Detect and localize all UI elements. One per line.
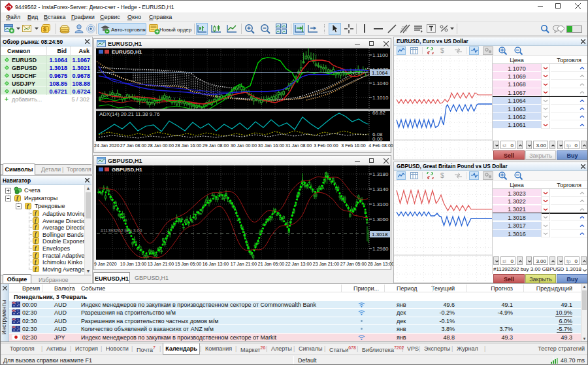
svg-text:16 Jan 13:00: 16 Jan 13:00: [203, 262, 229, 266]
svg-text:1.1064: 1.1064: [372, 70, 388, 76]
svg-text:3 Feb 00:00: 3 Feb 00:00: [314, 143, 338, 148]
svg-text:1.1100: 1.1100: [372, 52, 388, 58]
svg-text:1.3140: 1.3140: [372, 186, 389, 192]
svg-text:1.3180: 1.3180: [372, 171, 389, 177]
svg-text:1.3100: 1.3100: [372, 201, 389, 207]
svg-text:24 Jan 2020: 24 Jan 2020: [94, 143, 120, 148]
svg-text:27 Jan 05:00: 27 Jan 05:00: [340, 262, 367, 266]
svg-text:EURUSD,H1: EURUSD,H1: [112, 49, 142, 55]
svg-text:1.1010: 1.1010: [372, 95, 389, 101]
svg-text:1.3060: 1.3060: [372, 217, 389, 222]
svg-text:22 Jan 13:00: 22 Jan 13:00: [286, 262, 312, 266]
svg-text:1.1040: 1.1040: [372, 80, 389, 86]
svg-text:66.82: 66.82: [372, 110, 386, 116]
svg-text:28 Jan 13:00: 28 Jan 13:00: [368, 262, 395, 266]
svg-text:13 Jan 21:00: 13 Jan 21:00: [148, 262, 174, 266]
svg-text:4 Feb 08:00: 4 Feb 08:00: [368, 143, 393, 148]
svg-text:27 Jan 08:00: 27 Jan 08:00: [120, 143, 147, 148]
svg-text:1.3018: 1.3018: [372, 232, 388, 237]
svg-text:9 Jan 2020: 9 Jan 2020: [94, 262, 117, 266]
svg-text:21 Jan 05:00: 21 Jan 05:00: [258, 262, 285, 266]
svg-text:GBPUSD,H1: GBPUSD,H1: [112, 167, 142, 173]
svg-text:0.00: 0.00: [372, 136, 383, 142]
svg-text:$: $: [440, 47, 444, 54]
svg-text:30 Jan 00:00: 30 Jan 00:00: [231, 143, 257, 148]
svg-text:ADX(14) 20.21 11.38 9.76: ADX(14) 20.21 11.38 9.76: [99, 111, 160, 117]
svg-text:17 Jan 21:00: 17 Jan 21:00: [231, 262, 257, 266]
svg-text:$: $: [440, 172, 444, 179]
svg-text:#11393202 buy 3.00: #11393202 buy 3.00: [101, 228, 142, 234]
svg-text:31 Jan 08:00: 31 Jan 08:00: [286, 143, 312, 148]
svg-text:30 Jan 16:00: 30 Jan 16:00: [258, 143, 285, 148]
svg-text:15 Jan 05:00: 15 Jan 05:00: [175, 262, 202, 266]
svg-text:23 Jan 21:00: 23 Jan 21:00: [313, 262, 340, 266]
svg-text:29 Jan 08:00: 29 Jan 08:00: [203, 143, 229, 148]
svg-text:3 Feb 16:00: 3 Feb 16:00: [341, 143, 365, 148]
svg-text:28 Jan 00:00: 28 Jan 00:00: [148, 143, 174, 148]
svg-text:1.2980: 1.2980: [372, 246, 389, 252]
svg-text:10 Jan 13:00: 10 Jan 13:00: [120, 262, 147, 266]
svg-text:28 Jan 16:00: 28 Jan 16:00: [175, 143, 202, 148]
